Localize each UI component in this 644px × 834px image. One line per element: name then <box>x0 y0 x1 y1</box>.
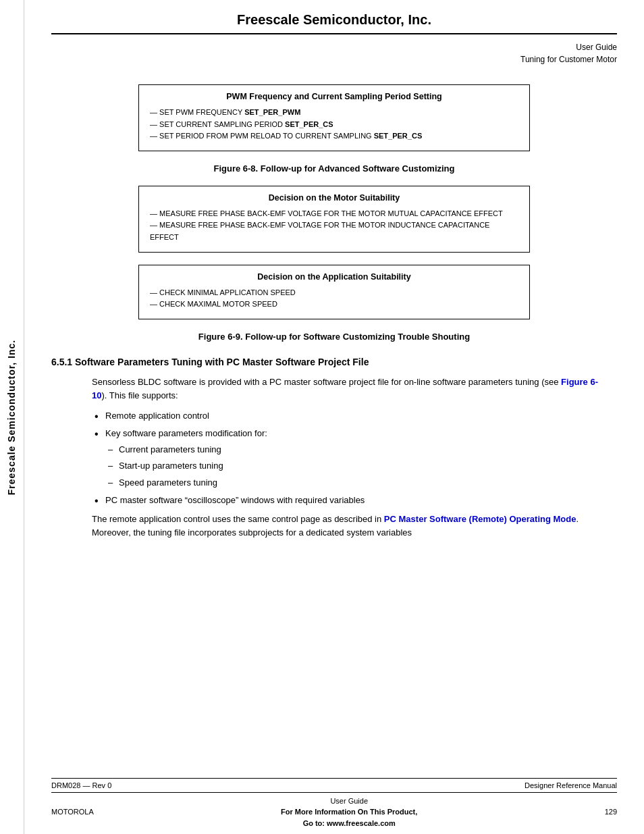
main-content: Freescale Semiconductor, Inc. User Guide… <box>24 0 644 540</box>
footer-center-line2: For More Information On This Product, <box>281 806 417 818</box>
header-right: User Guide Tuning for Customer Motor <box>51 38 617 72</box>
sub-list-1: Current parameters tuning Start-up param… <box>105 443 603 489</box>
bullet-item-1: Remote application control <box>105 409 603 423</box>
body-para-1-before: Sensorless BLDC software is provided wit… <box>92 377 561 387</box>
sub-item-3-text: Speed parameters tuning <box>119 477 217 488</box>
page-header: Freescale Semiconductor, Inc. <box>51 0 617 34</box>
guide-subtitle: Tuning for Customer Motor <box>51 53 617 66</box>
bullet-item-1-text: Remote application control <box>105 411 209 421</box>
motor-box-title: Decision on the Motor Suitability <box>150 193 518 203</box>
app-item-2: CHECK MAXIMAL MOTOR SPEED <box>150 298 518 311</box>
body-para-2-before: The remote application control uses the … <box>92 514 384 524</box>
footer-bottom: MOTOROLA User Guide For More Information… <box>51 792 617 835</box>
bullet-list: Remote application control Key software … <box>51 409 617 507</box>
motor-item-2: MEASURE FREE PHASE BACK-EMF VOLTAGE FOR … <box>150 219 518 243</box>
body-para-1-after: ). This file supports: <box>101 390 178 400</box>
guide-type: User Guide <box>51 41 617 53</box>
pc-master-link[interactable]: PC Master Software (Remote) Operating Mo… <box>384 514 576 524</box>
app-item-1: CHECK MINIMAL APPLICATION SPEED <box>150 287 518 299</box>
footer-center-line3: Go to: www.freescale.com <box>281 818 417 829</box>
sub-item-2-text: Start-up parameters tuning <box>119 461 223 471</box>
sub-item-2: Start-up parameters tuning <box>119 459 603 473</box>
footer-top: DRM028 — Rev 0 Designer Reference Manual <box>51 778 617 792</box>
bullet-item-2-text: Key software parameters modification for… <box>105 428 267 438</box>
bullet-item-2: Key software parameters modification for… <box>105 427 603 490</box>
footer-bottom-left: MOTOROLA <box>51 808 94 816</box>
application-box: Decision on the Application Suitability … <box>138 265 530 319</box>
pwm-item-3: SET PERIOD FROM PWM RELOAD TO CURRENT SA… <box>150 130 518 142</box>
body-para-2: The remote application control uses the … <box>51 513 617 540</box>
figure-9-caption: Figure 6-9. Follow-up for Software Custo… <box>51 332 617 342</box>
sub-item-1-text: Current parameters tuning <box>119 444 221 454</box>
bullet-item-3: PC master software “oscilloscope” window… <box>105 494 603 507</box>
body-para-1: Sensorless BLDC software is provided wit… <box>51 375 617 402</box>
pwm-box: PWM Frequency and Current Sampling Perio… <box>138 84 530 151</box>
sidebar-text: Freescale Semiconductor, Inc. <box>7 339 18 495</box>
footer-left: DRM028 — Rev 0 <box>51 781 111 789</box>
pwm-item-2: SET CURRENT SAMPLING PERIOD SET_PER_CS <box>150 119 518 131</box>
bullet-item-3-text: PC master software “oscilloscope” window… <box>105 495 365 505</box>
footer-center-line1: User Guide <box>281 796 417 807</box>
page-footer: DRM028 — Rev 0 Designer Reference Manual… <box>24 778 644 835</box>
footer-bottom-center: User Guide For More Information On This … <box>281 796 417 829</box>
pwm-box-title: PWM Frequency and Current Sampling Perio… <box>150 92 518 101</box>
footer-right: Designer Reference Manual <box>525 781 617 789</box>
sidebar: Freescale Semiconductor, Inc. <box>0 0 24 834</box>
pwm-item-1: SET PWM FREQUENCY SET_PER_PWM <box>150 107 518 119</box>
sub-item-3: Speed parameters tuning <box>119 476 603 490</box>
motor-item-1: MEASURE FREE PHASE BACK-EMF VOLTAGE FOR … <box>150 208 518 220</box>
footer-bottom-right: 129 <box>605 808 617 816</box>
sub-item-1: Current parameters tuning <box>119 443 603 457</box>
motor-box: Decision on the Motor Suitability MEASUR… <box>138 186 530 253</box>
figure-8-caption: Figure 6-8. Follow-up for Advanced Softw… <box>51 163 617 174</box>
section-heading: 6.5.1 Software Parameters Tuning with PC… <box>51 357 617 367</box>
application-box-title: Decision on the Application Suitability <box>150 272 518 282</box>
company-title: Freescale Semiconductor, Inc. <box>51 12 617 28</box>
